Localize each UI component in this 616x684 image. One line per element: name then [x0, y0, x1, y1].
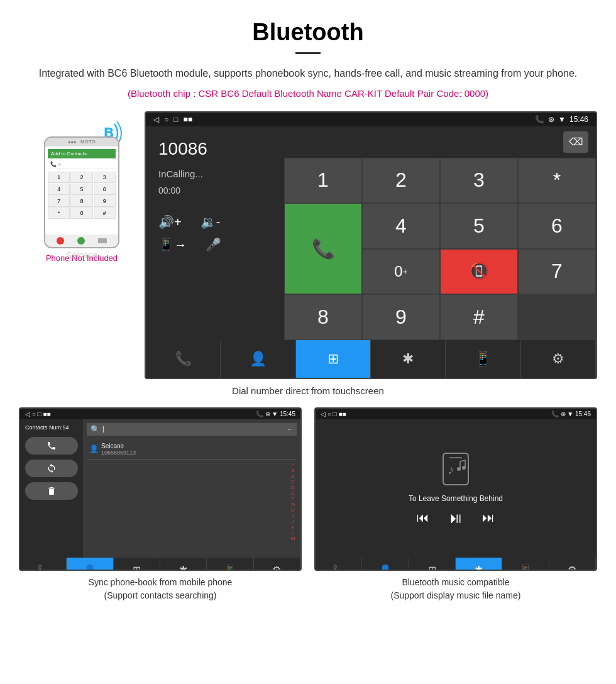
volume-down-icon[interactable]: 🔉- [201, 214, 221, 229]
alpha-K[interactable]: K [289, 524, 297, 530]
next-track-button[interactable]: ⏭ [482, 510, 495, 525]
car-key-9[interactable]: 9 [362, 294, 440, 340]
alpha-J[interactable]: J [289, 519, 297, 524]
phone-key-hash[interactable]: # [94, 207, 116, 219]
contacts-list-area [87, 460, 289, 535]
music-nav-contacts[interactable]: 👤 [362, 558, 409, 571]
car-key-3[interactable]: 3 [440, 158, 518, 204]
back-icon: ◁ [153, 115, 159, 124]
alpha-F[interactable]: F [289, 496, 297, 502]
car-call-button[interactable]: 📞 [284, 203, 362, 294]
mute-icon[interactable]: 🎤 [206, 237, 221, 252]
contacts-delete-btn[interactable] [25, 482, 78, 500]
phone-key-3[interactable]: 3 [94, 172, 116, 183]
car-bottom-nav: 📞 👤 ⊞ ✱ 📱 ⚙ [146, 340, 596, 378]
car-key-2[interactable]: 2 [362, 158, 440, 204]
car-hangup-button[interactable]: 📵 [440, 249, 518, 295]
contacts-right-panel: 🔍 | ← 👤 Seicane 10655059113 [83, 419, 300, 558]
music-nav-transfer[interactable]: 📱 [502, 558, 549, 571]
contacts-nav-phone[interactable]: 📞 [20, 558, 67, 571]
main-caption: Dial number direct from touchscreen [0, 385, 616, 396]
contacts-nav-settings[interactable]: ⚙ [254, 558, 300, 571]
contacts-bottom-nav: 📞 👤 ⊞ ✱ 📱 ⚙ [20, 558, 300, 571]
phone-key-6[interactable]: 6 [94, 184, 116, 195]
contacts-nav-keypad[interactable]: ⊞ [114, 558, 160, 571]
car-screen-body: 10086 InCalling... 00:00 🔊+ 🔉- 📱→ 🎤 [146, 126, 596, 340]
alpha-scroll-area: * A B C D E F G H I J K L [87, 460, 297, 535]
car-nav-keypad[interactable]: ⊞ [296, 340, 371, 378]
signal-icon: ■■ [184, 115, 193, 124]
phone-key-9[interactable]: 9 [94, 196, 116, 207]
alpha-C[interactable]: C [289, 479, 297, 485]
play-pause-button[interactable]: ⏯ [448, 509, 463, 527]
music-nav-settings[interactable]: ⚙ [549, 558, 596, 571]
music-phone-note-icon: ♪ [434, 450, 478, 488]
svg-text:♪: ♪ [448, 463, 454, 477]
phone-key-1[interactable]: 1 [48, 172, 70, 183]
alpha-star[interactable]: * [289, 462, 297, 468]
alpha-L[interactable]: L [289, 530, 297, 536]
transfer-icon[interactable]: 📱→ [158, 237, 187, 252]
contact-list-item[interactable]: 👤 Seicane 10655059113 [87, 439, 297, 460]
car-key-hash[interactable]: # [440, 294, 518, 340]
contacts-nav-transfer[interactable]: 📱 [207, 558, 253, 571]
music-nav-keypad[interactable]: ⊞ [409, 558, 456, 571]
car-key-6[interactable]: 6 [518, 203, 596, 249]
alpha-G[interactable]: G [289, 502, 297, 507]
car-nav-contacts[interactable]: 👤 [221, 340, 295, 378]
contacts-back-arrow: ← [287, 426, 293, 433]
alpha-H[interactable]: H [289, 507, 297, 513]
car-backspace-button[interactable]: ⌫ [563, 131, 588, 153]
alpha-index-list: * A B C D E F G H I J K L [289, 460, 297, 535]
car-extra-controls: 📱→ 🎤 [158, 237, 272, 252]
music-nav-bt[interactable]: ✱ [456, 558, 502, 571]
phone-key-star[interactable]: * [48, 207, 70, 219]
car-nav-settings[interactable]: ⚙ [521, 340, 596, 378]
car-key-5[interactable]: 5 [440, 203, 518, 249]
alpha-D[interactable]: D [289, 485, 297, 490]
car-nav-transfer[interactable]: 📱 [446, 340, 520, 378]
phone-key-8[interactable]: 8 [70, 196, 92, 207]
volume-up-icon[interactable]: 🔊+ [158, 214, 182, 229]
car-nav-bluetooth[interactable]: ✱ [371, 340, 446, 378]
car-key-1[interactable]: 1 [284, 158, 362, 204]
alpha-B[interactable]: B [289, 473, 297, 479]
car-nav-phone[interactable]: 📞 [146, 340, 221, 378]
phone-end-btn[interactable] [57, 237, 64, 245]
alpha-A[interactable]: A [289, 468, 297, 473]
phone-back-btn[interactable] [98, 238, 107, 243]
car-key-4[interactable]: 4 [362, 203, 440, 249]
phone-screen-header: Add to Contacts [48, 149, 116, 158]
music-car-screen: ◁ ○ □ ■■ 📞 ⊛ ▼ 15:46 ♪ To Leave Somethin… [314, 407, 597, 571]
alpha-E[interactable]: E [289, 490, 297, 496]
phone-icon [47, 441, 57, 451]
car-key-8[interactable]: 8 [284, 294, 362, 340]
phone-key-5[interactable]: 5 [70, 184, 92, 195]
phone-call-btn[interactable] [77, 237, 85, 245]
alpha-I[interactable]: I [289, 513, 297, 519]
alpha-M[interactable]: M [289, 536, 297, 541]
contacts-search-icon[interactable]: 🔍 [91, 425, 100, 434]
phone-key-2[interactable]: 2 [70, 172, 92, 183]
hangup-icon: 📵 [469, 262, 489, 281]
car-key-7[interactable]: 7 [518, 249, 596, 295]
contacts-sync-btn[interactable] [25, 460, 78, 477]
music-nav-phone[interactable]: 📞 [316, 558, 362, 571]
car-key-star[interactable]: * [518, 158, 596, 204]
seicane-watermark: Seicane [19, 250, 145, 260]
contacts-nav-bt[interactable]: ✱ [160, 558, 207, 571]
phone-bottom-bar [45, 234, 118, 247]
phone-key-4[interactable]: 4 [48, 184, 70, 195]
music-body: ♪ To Leave Something Behind ⏮ ⏯ ⏭ [316, 419, 596, 558]
car-key-0plus[interactable]: 0+ [362, 249, 440, 295]
phone-key-0[interactable]: 0 [70, 207, 92, 219]
contacts-nav-contacts[interactable]: 👤 [67, 558, 113, 571]
header-section: Bluetooth Integrated with BC6 Bluetooth … [0, 0, 616, 111]
contacts-cursor: | [102, 426, 104, 433]
prev-track-button[interactable]: ⏮ [417, 510, 429, 525]
phone-key-7[interactable]: 7 [48, 196, 70, 207]
car-status-bar: ◁ ○ □ ■■ 📞 ⊛ ▼ 15:46 [146, 113, 596, 126]
call-icon: 📞 [312, 238, 335, 260]
contacts-call-btn[interactable] [25, 437, 78, 455]
time-display: 15:46 [569, 115, 588, 124]
